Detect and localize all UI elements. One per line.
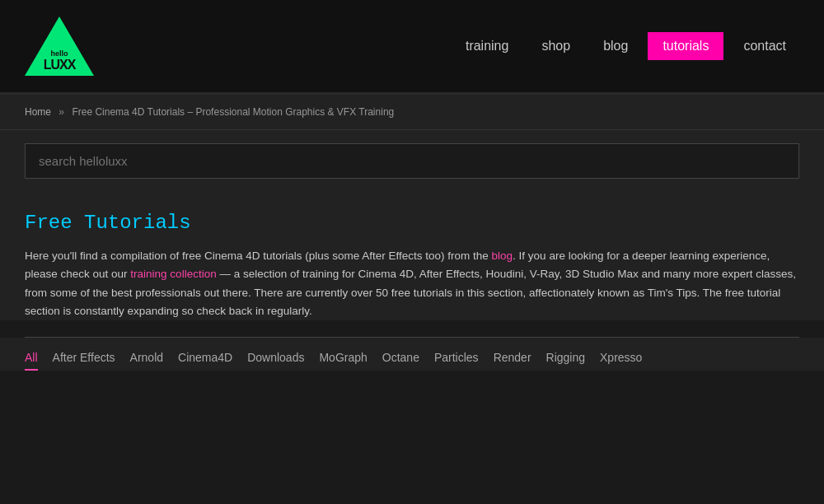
desc-part1: Here you'll find a compilation of free C… bbox=[25, 250, 492, 262]
filter-render[interactable]: Render bbox=[494, 351, 531, 371]
breadcrumb-current: Free Cinema 4D Tutorials – Professional … bbox=[72, 106, 394, 118]
filter-rigging[interactable]: Rigging bbox=[546, 351, 585, 371]
site-header: hello LUXX training shop blog tutorials … bbox=[0, 0, 824, 95]
breadcrumb: Home » Free Cinema 4D Tutorials – Profes… bbox=[25, 106, 799, 118]
logo-triangle: hello LUXX bbox=[25, 16, 94, 76]
logo[interactable]: hello LUXX bbox=[25, 16, 94, 76]
nav-contact[interactable]: contact bbox=[730, 32, 799, 60]
main-content: Free Tutorials Here you'll find a compil… bbox=[0, 192, 824, 320]
filter-arnold[interactable]: Arnold bbox=[130, 351, 163, 371]
breadcrumb-area: Home » Free Cinema 4D Tutorials – Profes… bbox=[0, 95, 824, 130]
blog-link[interactable]: blog bbox=[492, 250, 513, 262]
breadcrumb-home[interactable]: Home bbox=[25, 106, 51, 118]
filter-after-effects[interactable]: After Effects bbox=[53, 351, 115, 371]
main-nav: training shop blog tutorials contact bbox=[452, 32, 799, 60]
nav-tutorials[interactable]: tutorials bbox=[648, 32, 723, 60]
filter-octane[interactable]: Octane bbox=[382, 351, 419, 371]
filter-cinema4d[interactable]: Cinema4D bbox=[178, 351, 232, 371]
nav-blog[interactable]: blog bbox=[590, 32, 641, 60]
filter-mograph[interactable]: MoGraph bbox=[319, 351, 367, 371]
nav-shop[interactable]: shop bbox=[528, 32, 583, 60]
logo-text: hello LUXX bbox=[33, 50, 86, 72]
section-title: Free Tutorials bbox=[25, 212, 799, 234]
logo-area[interactable]: hello LUXX bbox=[25, 16, 94, 76]
logo-hello: hello bbox=[33, 50, 86, 58]
description: Here you'll find a compilation of free C… bbox=[25, 247, 799, 320]
filter-xpresso[interactable]: Xpresso bbox=[600, 351, 642, 371]
search-area bbox=[0, 130, 824, 192]
logo-luxx: LUXX bbox=[33, 58, 86, 72]
filter-all[interactable]: All bbox=[25, 351, 38, 371]
training-collection-link[interactable]: training collection bbox=[130, 268, 216, 280]
filter-particles[interactable]: Particles bbox=[434, 351, 479, 371]
filter-downloads[interactable]: Downloads bbox=[247, 351, 304, 371]
filter-tabs: All After Effects Arnold Cinema4D Downlo… bbox=[0, 338, 824, 371]
breadcrumb-separator: » bbox=[59, 106, 64, 118]
search-input[interactable] bbox=[25, 143, 799, 179]
nav-training[interactable]: training bbox=[452, 32, 522, 60]
